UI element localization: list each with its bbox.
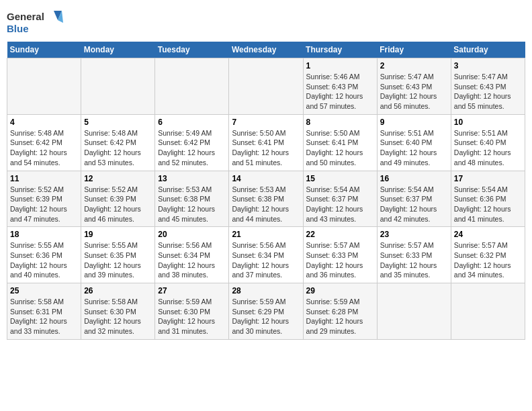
svg-text:General: General — [7, 11, 44, 22]
day-cell: 25Sunrise: 5:58 AM Sunset: 6:31 PM Dayli… — [7, 283, 81, 340]
day-cell — [155, 58, 229, 115]
day-cell: 18Sunrise: 5:55 AM Sunset: 6:36 PM Dayli… — [7, 227, 81, 283]
day-cell: 20Sunrise: 5:56 AM Sunset: 6:34 PM Dayli… — [155, 227, 229, 283]
day-cell: 14Sunrise: 5:53 AM Sunset: 6:38 PM Dayli… — [229, 171, 303, 227]
header-day-tuesday: Tuesday — [155, 42, 229, 58]
header-day-monday: Monday — [81, 42, 155, 58]
header-row: SundayMondayTuesdayWednesdayThursdayFrid… — [7, 42, 525, 58]
day-info: Sunrise: 5:47 AM Sunset: 6:43 PM Dayligh… — [380, 72, 448, 111]
day-info: Sunrise: 5:52 AM Sunset: 6:39 PM Dayligh… — [84, 185, 152, 224]
header-day-sunday: Sunday — [7, 42, 81, 58]
day-number: 16 — [380, 174, 448, 183]
day-number: 19 — [84, 230, 152, 239]
day-cell: 2Sunrise: 5:47 AM Sunset: 6:43 PM Daylig… — [377, 58, 451, 115]
week-row-2: 4Sunrise: 5:48 AM Sunset: 6:42 PM Daylig… — [7, 114, 525, 171]
day-cell: 22Sunrise: 5:57 AM Sunset: 6:33 PM Dayli… — [303, 227, 377, 283]
day-number: 8 — [306, 118, 374, 127]
day-number: 29 — [306, 286, 374, 295]
day-number: 9 — [380, 118, 448, 127]
day-number: 18 — [10, 230, 78, 239]
day-number: 17 — [454, 174, 522, 183]
day-cell — [7, 58, 81, 115]
day-cell: 7Sunrise: 5:50 AM Sunset: 6:41 PM Daylig… — [229, 114, 303, 171]
day-cell: 28Sunrise: 5:59 AM Sunset: 6:29 PM Dayli… — [229, 283, 303, 340]
day-number: 20 — [158, 230, 226, 239]
day-cell: 3Sunrise: 5:47 AM Sunset: 6:43 PM Daylig… — [451, 58, 525, 115]
page-header: General Blue — [7, 7, 525, 36]
day-number: 4 — [10, 118, 78, 127]
day-info: Sunrise: 5:46 AM Sunset: 6:43 PM Dayligh… — [306, 72, 374, 111]
day-info: Sunrise: 5:58 AM Sunset: 6:30 PM Dayligh… — [84, 297, 152, 336]
day-number: 11 — [10, 174, 78, 183]
day-info: Sunrise: 5:48 AM Sunset: 6:42 PM Dayligh… — [10, 128, 78, 168]
day-cell: 16Sunrise: 5:54 AM Sunset: 6:37 PM Dayli… — [377, 171, 451, 227]
day-info: Sunrise: 5:52 AM Sunset: 6:39 PM Dayligh… — [10, 185, 78, 224]
day-info: Sunrise: 5:55 AM Sunset: 6:36 PM Dayligh… — [10, 240, 78, 280]
day-number: 23 — [380, 230, 448, 239]
day-info: Sunrise: 5:47 AM Sunset: 6:43 PM Dayligh… — [454, 72, 522, 111]
day-cell: 6Sunrise: 5:49 AM Sunset: 6:42 PM Daylig… — [155, 114, 229, 171]
day-number: 13 — [158, 174, 226, 183]
day-info: Sunrise: 5:54 AM Sunset: 6:36 PM Dayligh… — [454, 185, 522, 224]
day-info: Sunrise: 5:58 AM Sunset: 6:31 PM Dayligh… — [10, 297, 78, 336]
day-cell: 17Sunrise: 5:54 AM Sunset: 6:36 PM Dayli… — [451, 171, 525, 227]
day-number: 1 — [306, 61, 374, 71]
header-day-saturday: Saturday — [451, 42, 525, 58]
day-info: Sunrise: 5:54 AM Sunset: 6:37 PM Dayligh… — [306, 185, 374, 224]
day-info: Sunrise: 5:55 AM Sunset: 6:35 PM Dayligh… — [84, 240, 152, 280]
header-day-thursday: Thursday — [303, 42, 377, 58]
day-number: 7 — [232, 118, 300, 127]
day-info: Sunrise: 5:48 AM Sunset: 6:42 PM Dayligh… — [84, 128, 152, 168]
day-number: 24 — [454, 230, 522, 239]
day-number: 25 — [10, 286, 78, 295]
day-info: Sunrise: 5:56 AM Sunset: 6:34 PM Dayligh… — [232, 240, 300, 280]
day-info: Sunrise: 5:51 AM Sunset: 6:40 PM Dayligh… — [454, 128, 522, 168]
day-info: Sunrise: 5:49 AM Sunset: 6:42 PM Dayligh… — [158, 128, 226, 168]
day-cell — [377, 283, 451, 340]
header-day-friday: Friday — [377, 42, 451, 58]
day-cell: 11Sunrise: 5:52 AM Sunset: 6:39 PM Dayli… — [7, 171, 81, 227]
day-cell: 23Sunrise: 5:57 AM Sunset: 6:33 PM Dayli… — [377, 227, 451, 283]
day-number: 15 — [306, 174, 374, 183]
calendar-table: SundayMondayTuesdayWednesdayThursdayFrid… — [7, 42, 525, 340]
day-cell: 8Sunrise: 5:50 AM Sunset: 6:41 PM Daylig… — [303, 114, 377, 171]
day-info: Sunrise: 5:59 AM Sunset: 6:28 PM Dayligh… — [306, 297, 374, 336]
day-cell — [451, 283, 525, 340]
day-number: 10 — [454, 118, 522, 127]
day-cell: 27Sunrise: 5:59 AM Sunset: 6:30 PM Dayli… — [155, 283, 229, 340]
day-number: 28 — [232, 286, 300, 295]
logo-text-area: General Blue — [7, 7, 67, 36]
week-row-5: 25Sunrise: 5:58 AM Sunset: 6:31 PM Dayli… — [7, 283, 525, 340]
week-row-3: 11Sunrise: 5:52 AM Sunset: 6:39 PM Dayli… — [7, 171, 525, 227]
logo: General Blue — [7, 7, 67, 36]
day-number: 27 — [158, 286, 226, 295]
day-cell: 26Sunrise: 5:58 AM Sunset: 6:30 PM Dayli… — [81, 283, 155, 340]
day-cell — [229, 58, 303, 115]
day-number: 5 — [84, 118, 152, 127]
day-cell: 24Sunrise: 5:57 AM Sunset: 6:32 PM Dayli… — [451, 227, 525, 283]
day-info: Sunrise: 5:53 AM Sunset: 6:38 PM Dayligh… — [232, 185, 300, 224]
day-number: 3 — [454, 61, 522, 71]
day-cell: 10Sunrise: 5:51 AM Sunset: 6:40 PM Dayli… — [451, 114, 525, 171]
day-cell: 19Sunrise: 5:55 AM Sunset: 6:35 PM Dayli… — [81, 227, 155, 283]
day-number: 21 — [232, 230, 300, 239]
calendar-header: SundayMondayTuesdayWednesdayThursdayFrid… — [7, 42, 525, 58]
day-number: 14 — [232, 174, 300, 183]
day-number: 6 — [158, 118, 226, 127]
day-cell — [81, 58, 155, 115]
day-cell: 29Sunrise: 5:59 AM Sunset: 6:28 PM Dayli… — [303, 283, 377, 340]
svg-text:Blue: Blue — [7, 23, 29, 34]
day-info: Sunrise: 5:53 AM Sunset: 6:38 PM Dayligh… — [158, 185, 226, 224]
header-day-wednesday: Wednesday — [229, 42, 303, 58]
day-info: Sunrise: 5:57 AM Sunset: 6:32 PM Dayligh… — [454, 240, 522, 280]
day-info: Sunrise: 5:51 AM Sunset: 6:40 PM Dayligh… — [380, 128, 448, 168]
day-number: 2 — [380, 61, 448, 71]
week-row-4: 18Sunrise: 5:55 AM Sunset: 6:36 PM Dayli… — [7, 227, 525, 283]
day-info: Sunrise: 5:54 AM Sunset: 6:37 PM Dayligh… — [380, 185, 448, 224]
day-info: Sunrise: 5:50 AM Sunset: 6:41 PM Dayligh… — [232, 128, 300, 168]
day-number: 12 — [84, 174, 152, 183]
day-cell: 21Sunrise: 5:56 AM Sunset: 6:34 PM Dayli… — [229, 227, 303, 283]
day-info: Sunrise: 5:57 AM Sunset: 6:33 PM Dayligh… — [380, 240, 448, 280]
day-cell: 9Sunrise: 5:51 AM Sunset: 6:40 PM Daylig… — [377, 114, 451, 171]
day-cell: 5Sunrise: 5:48 AM Sunset: 6:42 PM Daylig… — [81, 114, 155, 171]
